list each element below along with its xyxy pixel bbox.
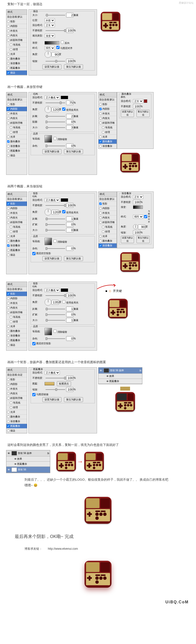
layer-shape56copy[interactable]: 👁 形状 56 副本 fx — [98, 368, 142, 374]
opacity-input[interactable] — [133, 104, 140, 109]
style-color-overlay[interactable]: 颜色叠加 — [6, 56, 27, 61]
style-contour[interactable]: 等高线 — [6, 125, 27, 130]
style-pattern-overlay[interactable]: 图案叠加 — [6, 149, 27, 153]
style-inner-shadow[interactable]: 内阴影 — [6, 107, 27, 112]
chk-link-layer[interactable] — [32, 393, 36, 396]
blend-select[interactable]: 正片叠底 — [44, 198, 60, 202]
gradient-swatch[interactable] — [44, 41, 59, 44]
opacity-input[interactable] — [66, 203, 74, 208]
style-inner-glow[interactable]: 内发光 — [6, 33, 27, 38]
chk-knockout[interactable] — [32, 252, 36, 255]
chk-reverse[interactable] — [61, 41, 64, 44]
choke-input[interactable] — [66, 120, 74, 124]
set-default-btn[interactable]: 设置为默认值 — [42, 149, 62, 154]
style-stroke[interactable]: 描边 — [6, 70, 27, 75]
chk-align[interactable] — [56, 46, 60, 49]
style-stroke[interactable]: 描边 — [6, 153, 27, 158]
reset-default-btn[interactable]: 复位为默认值 — [136, 110, 150, 117]
chk-texture[interactable] — [10, 48, 12, 51]
set-default-btn[interactable]: 设置为默认值 — [121, 110, 134, 117]
opacity-input[interactable] — [66, 100, 74, 105]
contour-picker[interactable] — [44, 238, 52, 245]
chk-inner-shadow[interactable] — [7, 25, 10, 28]
choke-slider[interactable] — [46, 122, 65, 122]
chk-color-overlay[interactable] — [7, 58, 10, 60]
chk-contour[interactable] — [10, 44, 12, 46]
chk-pattern-overlay[interactable] — [7, 67, 10, 69]
blend-select[interactable]: 正常 — [44, 23, 55, 27]
style-shadow[interactable]: 投影 — [6, 19, 27, 24]
style-bevel[interactable]: 斜面和浮雕 — [6, 121, 27, 125]
style-satin[interactable]: 光泽 — [6, 135, 27, 139]
style-grad-overlay[interactable]: 渐变叠加 — [6, 61, 27, 66]
style-texture[interactable]: 纹理 — [6, 130, 27, 135]
opacity-slider[interactable] — [46, 102, 65, 103]
position-select[interactable]: 外部 — [44, 18, 55, 22]
angle-input[interactable] — [52, 107, 59, 112]
snap-btn[interactable]: 贴紧原点 — [57, 381, 71, 386]
style-bevel[interactable]: 斜面和浮雕 — [6, 38, 27, 42]
style-inner-shadow[interactable]: 内阴影 — [6, 24, 27, 29]
opacity-input[interactable] — [66, 28, 74, 33]
size-slider[interactable] — [46, 127, 65, 128]
style-grad-overlay[interactable]: 渐变叠加 — [6, 144, 27, 149]
style-contour[interactable]: 等高线 — [6, 42, 27, 47]
blend-select[interactable]: 正片叠底 — [44, 96, 60, 100]
dist-input[interactable] — [66, 114, 74, 118]
chk-global[interactable] — [62, 108, 66, 111]
set-default-btn[interactable]: 设置为默认值 — [42, 256, 62, 261]
scale-input[interactable] — [66, 59, 74, 64]
size-input[interactable] — [66, 125, 74, 130]
style-blend-opts[interactable]: 混合选项:默认 — [6, 15, 27, 19]
style-pattern-overlay[interactable]: 图案叠加 — [6, 66, 27, 70]
color-swatch[interactable] — [61, 96, 68, 99]
style-inner-glow[interactable]: 内发光 — [6, 116, 27, 121]
reset-default-btn[interactable]: 复位为默认值 — [64, 256, 83, 261]
chk-grad-overlay[interactable] — [7, 62, 10, 65]
color-swatch[interactable] — [144, 100, 147, 103]
style-satin[interactable]: 光泽 — [6, 52, 27, 56]
set-default-btn[interactable]: 设置为默认值 — [42, 64, 62, 69]
size-slider[interactable] — [46, 15, 65, 16]
reset-default-btn[interactable]: 复位为默认值 — [64, 64, 83, 69]
angle-dial[interactable] — [44, 51, 52, 58]
noise-slider[interactable] — [46, 146, 65, 146]
style-color-overlay[interactable]: 颜色叠加 — [6, 139, 27, 144]
noise-input[interactable] — [66, 144, 74, 148]
reset-default-btn[interactable]: 复位为默认值 — [64, 149, 83, 154]
chk-shadow[interactable] — [7, 20, 10, 23]
chk-outer-glow[interactable] — [7, 30, 10, 32]
chk-satin[interactable] — [7, 53, 10, 55]
layer-shape56[interactable]: 👁 形状 56 — [6, 467, 50, 473]
gradient-swatch[interactable] — [133, 206, 143, 209]
chk-stroke[interactable] — [7, 72, 10, 74]
opacity-slider[interactable] — [46, 30, 65, 31]
layer-shape56copy[interactable]: 👁 形状 56 副本 fx — [6, 450, 50, 456]
chk-inner-glow[interactable] — [7, 34, 10, 37]
angle-input[interactable] — [52, 52, 59, 57]
style-outer-glow[interactable]: 外发光 — [6, 112, 27, 116]
layer-effects[interactable]: 👁效果 — [98, 374, 142, 379]
chk-antialias[interactable] — [54, 137, 56, 140]
blog-link[interactable]: http://www.elvenui.com — [48, 547, 78, 550]
dist-slider[interactable] — [46, 116, 65, 116]
fill-select[interactable]: 渐变 — [44, 34, 55, 38]
style-opts[interactable]: 混合选项:默认 — [6, 98, 27, 102]
angle-dial[interactable] — [44, 106, 52, 113]
grad-style-select[interactable]: 线性 — [44, 46, 55, 50]
style-outer-glow[interactable]: 外发光 — [6, 29, 27, 33]
blend-select[interactable]: 正常 — [133, 99, 143, 103]
pattern-swatch[interactable] — [44, 382, 54, 386]
color-swatch[interactable] — [61, 198, 68, 202]
chk-bevel[interactable] — [7, 39, 10, 42]
eye-icon[interactable]: 👁 — [99, 369, 103, 372]
scale-slider[interactable] — [46, 61, 65, 62]
angle-dial[interactable] — [44, 209, 52, 216]
angle-input[interactable] — [52, 210, 59, 214]
styles-list: 样式 混合选项:默认 投影 内阴影 外发光 内发光 斜面和浮雕 等高线 纹理 光… — [6, 9, 27, 76]
size-input[interactable] — [66, 13, 74, 18]
style-texture[interactable]: 纹理 — [6, 47, 27, 52]
contour-picker[interactable] — [44, 135, 52, 142]
style-shadow[interactable]: 投影 — [6, 102, 27, 107]
layer-pattern-overlay[interactable]: 👁图案叠加 — [98, 379, 142, 384]
